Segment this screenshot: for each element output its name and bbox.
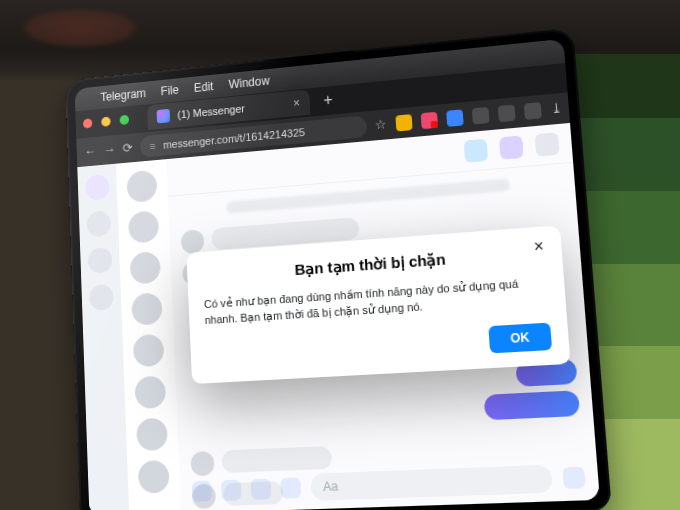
site-security-icon[interactable]: ≡ xyxy=(149,140,155,152)
address-bar-url: messenger.com/t/1614214325 xyxy=(163,126,305,151)
window-close-button[interactable] xyxy=(83,119,92,129)
close-icon: × xyxy=(533,237,544,255)
extension-icon[interactable] xyxy=(395,114,412,131)
messenger-favicon-icon xyxy=(157,109,171,124)
dialog-body: Có vẻ như bạn đang dùng nhầm tính năng n… xyxy=(204,275,549,330)
background-blur xyxy=(20,8,140,48)
nav-reload-icon[interactable]: ⟳ xyxy=(122,140,133,155)
screen: Telegram File Edit Window (1) Messenger … xyxy=(75,39,600,510)
extensions-menu-icon[interactable] xyxy=(524,102,542,120)
tab-close-icon[interactable]: × xyxy=(293,96,301,110)
laptop: Telegram File Edit Window (1) Messenger … xyxy=(65,28,612,510)
dialog-ok-button[interactable]: OK xyxy=(488,323,552,354)
chat-pane: Aa × Bạn tạm thời bị chặn Có vẻ như bạn … xyxy=(166,123,600,510)
conversation-avatar[interactable] xyxy=(134,375,166,409)
menubar-item-window[interactable]: Window xyxy=(228,74,270,92)
menubar-app-name[interactable]: Telegram xyxy=(100,86,146,104)
dialog-close-button[interactable]: × xyxy=(526,235,551,259)
menubar-item-file[interactable]: File xyxy=(160,83,179,98)
window-minimize-button[interactable] xyxy=(101,117,111,127)
conversation-avatar[interactable] xyxy=(130,251,161,284)
extension-icon[interactable] xyxy=(446,109,464,127)
nav-back-icon[interactable]: ← xyxy=(84,144,96,159)
bookmark-star-icon[interactable]: ☆ xyxy=(374,117,387,133)
conversation-avatar[interactable] xyxy=(133,334,165,368)
menubar-item-edit[interactable]: Edit xyxy=(194,80,214,95)
extension-icon[interactable] xyxy=(472,107,490,125)
window-zoom-button[interactable] xyxy=(120,115,130,125)
blocked-dialog: × Bạn tạm thời bị chặn Có vẻ như bạn đan… xyxy=(186,226,570,385)
conversation-avatar[interactable] xyxy=(131,292,162,325)
conversation-avatar[interactable] xyxy=(136,418,168,452)
browser-window: (1) Messenger × + ← → ⟳ ≡ messenger.com/… xyxy=(75,63,600,510)
nav-chats-icon[interactable] xyxy=(85,174,110,201)
nav-marketplace-icon[interactable] xyxy=(86,210,111,237)
conversation-avatar[interactable] xyxy=(126,170,157,203)
conversation-avatar[interactable] xyxy=(128,210,159,243)
messenger-page: Aa × Bạn tạm thời bị chặn Có vẻ như bạn … xyxy=(77,123,600,510)
extension-icon[interactable] xyxy=(421,112,438,129)
extension-icon[interactable] xyxy=(498,104,516,122)
download-icon[interactable]: ⤓ xyxy=(550,100,563,116)
browser-tab-title: (1) Messenger xyxy=(177,103,245,121)
nav-archive-icon[interactable] xyxy=(89,284,114,311)
nav-forward-icon[interactable]: → xyxy=(103,142,116,157)
nav-requests-icon[interactable] xyxy=(88,247,113,274)
conversation-avatar[interactable] xyxy=(138,460,170,494)
new-tab-button[interactable]: + xyxy=(323,91,333,109)
photo-scene: Telegram File Edit Window (1) Messenger … xyxy=(0,0,680,510)
